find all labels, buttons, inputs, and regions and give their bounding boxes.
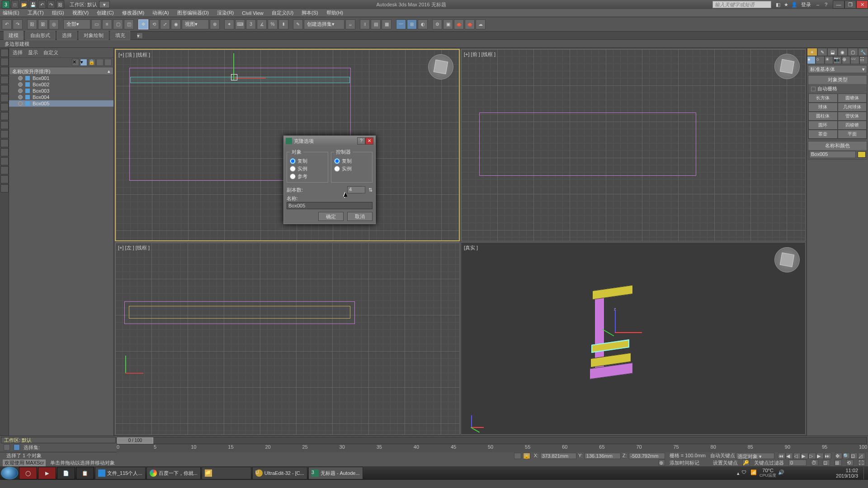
setkey-button[interactable]: 🔑 xyxy=(742,460,750,466)
spinner-arrows-icon[interactable]: ⇅ xyxy=(368,187,373,193)
dialog-titlebar[interactable]: 克隆选项 ? ✕ xyxy=(284,136,375,146)
lt-2-icon[interactable] xyxy=(0,58,9,66)
time-config-icon[interactable]: ⏱ xyxy=(811,460,818,466)
menu-group[interactable]: 组(G) xyxy=(52,9,64,16)
lt-14-icon[interactable] xyxy=(0,166,9,174)
login-label[interactable]: 登录 xyxy=(801,1,811,8)
isolate-icon[interactable] xyxy=(514,453,521,459)
pin-1-icon[interactable]: ◯ xyxy=(19,467,37,479)
cmd-tab-motion-icon[interactable]: ◉ xyxy=(838,48,848,56)
zoom-icon[interactable]: 🔍 xyxy=(843,453,850,459)
render-setup-icon[interactable]: ⚙ xyxy=(432,19,442,29)
scene-item-Box005[interactable]: Box005 xyxy=(9,100,113,107)
pivot-icon[interactable]: ⊕ xyxy=(210,19,220,29)
viewcube-top[interactable] xyxy=(428,54,453,80)
render-online-icon[interactable]: ☁ xyxy=(476,19,486,29)
exp-close-icon[interactable]: ✕ xyxy=(72,59,79,66)
cmd-tab-hierarchy-icon[interactable]: ⬓ xyxy=(827,48,838,56)
cmd-sub-cameras-icon[interactable]: 📷 xyxy=(833,56,842,64)
lt-10-icon[interactable] xyxy=(0,130,9,138)
cmd-sub-space-icon[interactable]: 〰 xyxy=(850,56,859,64)
exp-tab-select[interactable]: 选择 xyxy=(13,49,23,56)
tray-b-icon[interactable] xyxy=(796,469,803,477)
btn-cone[interactable]: 圆锥体 xyxy=(838,94,867,103)
menu-modifiers[interactable]: 修改器(M) xyxy=(122,9,145,16)
menu-create[interactable]: 创建(C) xyxy=(97,9,113,16)
dialog-close-button[interactable]: ✕ xyxy=(365,137,373,145)
tab-modeling[interactable]: 建模 xyxy=(4,31,24,40)
cmd-category-dropdown[interactable]: 标准基本体▾ xyxy=(808,65,867,73)
cmd-sub-systems-icon[interactable]: ☷ xyxy=(859,56,868,64)
schematic-icon[interactable]: ⊞ xyxy=(407,19,417,29)
prev-frame-icon[interactable]: ◀ xyxy=(786,453,793,459)
lt-16-icon[interactable] xyxy=(0,184,9,192)
coord-z-value[interactable]: -503.792mm xyxy=(629,453,665,459)
tray-net-icon[interactable]: 📶 xyxy=(750,469,758,477)
lt-6-icon[interactable] xyxy=(0,94,9,102)
visibility-toggle-icon[interactable] xyxy=(18,89,23,93)
close-button[interactable]: ✕ xyxy=(856,0,868,9)
current-frame-input[interactable]: 0 xyxy=(788,460,807,466)
nav-zoom-ext-all-icon[interactable]: ⊞ xyxy=(835,460,842,466)
infocenter-icon[interactable]: ◧ xyxy=(774,1,782,8)
nav-maximize-icon[interactable]: ⛶ xyxy=(858,460,865,466)
select-rect-icon[interactable]: ▢ xyxy=(113,19,123,29)
visibility-toggle-icon[interactable] xyxy=(18,76,23,80)
btn-plane[interactable]: 平面 xyxy=(838,130,867,139)
addtime-label[interactable]: 添加时间标记 xyxy=(670,460,699,466)
ribbon-min-icon[interactable]: ▾ xyxy=(137,33,143,39)
task-5[interactable]: 3无标题 - Autode... xyxy=(308,467,363,479)
cmd-sub-shapes-icon[interactable]: ○ xyxy=(816,56,824,64)
pin-4-icon[interactable]: 📋 xyxy=(76,467,94,479)
goto-end-icon[interactable]: ⏭ xyxy=(824,453,831,459)
lt-8-icon[interactable] xyxy=(0,112,9,120)
layers-icon[interactable]: ▤ xyxy=(371,19,381,29)
help-icon[interactable]: ? xyxy=(822,1,830,8)
color-swatch[interactable] xyxy=(858,151,866,158)
project-icon[interactable]: ⛓ xyxy=(56,0,64,9)
search-input[interactable] xyxy=(712,1,771,8)
lock-selection-icon[interactable]: 🔒 xyxy=(523,453,530,459)
fov-icon[interactable]: ◿ xyxy=(858,453,865,459)
link-icon[interactable]: ⛓ xyxy=(27,19,37,29)
radio-ctrl-instance[interactable]: 实例 xyxy=(334,165,369,173)
radio-ctrl-copy[interactable]: 复制 xyxy=(334,157,369,165)
btn-geosphere[interactable]: 几何球体 xyxy=(838,103,867,112)
exp-lock-icon[interactable]: 🔒 xyxy=(88,59,95,66)
render-frame-icon[interactable]: ▣ xyxy=(443,19,453,29)
tray-vol-icon[interactable]: 🔊 xyxy=(778,469,785,477)
viewcube-persp[interactable] xyxy=(774,247,800,272)
workspace-dropdown[interactable]: ▾ xyxy=(99,1,110,8)
open-icon[interactable]: 📂 xyxy=(20,0,28,9)
zoom-all-icon[interactable]: ⊡ xyxy=(850,453,858,459)
next-key-icon[interactable]: ▷ xyxy=(809,453,816,459)
angle-snap-icon[interactable]: ∡ xyxy=(257,19,267,29)
keyboard-icon[interactable]: ⌨ xyxy=(235,19,245,29)
lt-5-icon[interactable] xyxy=(0,85,9,93)
cmd-tab-modify-icon[interactable]: ✎ xyxy=(817,48,828,56)
cmd-sub-helpers-icon[interactable]: ⊕ xyxy=(842,56,850,64)
btn-sphere[interactable]: 球体 xyxy=(808,103,838,112)
star-icon[interactable]: ★ xyxy=(783,1,790,8)
lt-12-icon[interactable] xyxy=(0,148,9,156)
btn-torus[interactable]: 圆环 xyxy=(808,121,838,130)
exp-tab-custom[interactable]: 自定义 xyxy=(43,49,58,56)
placement-icon[interactable]: ◉ xyxy=(171,19,181,29)
vp-persp-label[interactable]: [真实 ] xyxy=(464,244,478,251)
btn-pyramid[interactable]: 四棱锥 xyxy=(838,121,867,130)
radio-obj-copy[interactable]: 复制 xyxy=(290,157,325,165)
scene-item-Box001[interactable]: Box001 xyxy=(9,75,113,81)
spinner-snap-icon[interactable]: ⬍ xyxy=(278,19,288,29)
menu-animation[interactable]: 动画(A) xyxy=(152,9,169,16)
btn-teapot[interactable]: 茶壶 xyxy=(808,130,838,139)
minimize2-icon[interactable]: – xyxy=(814,1,821,8)
lt-13-icon[interactable] xyxy=(0,157,9,165)
vp-top-label[interactable]: [+] [顶 ] [线框 ] xyxy=(118,52,150,58)
pin-3-icon[interactable]: 📄 xyxy=(57,467,75,479)
ok-button[interactable]: 确定 xyxy=(318,212,344,221)
copies-spinner[interactable]: 4 xyxy=(347,186,365,193)
snap-3-icon[interactable]: 3 xyxy=(246,19,256,29)
vp-left-label[interactable]: [+] [左 ] [线框 ] xyxy=(118,244,150,251)
exp-a-icon[interactable] xyxy=(96,59,104,66)
tray-shield-icon[interactable]: 🛡 xyxy=(741,469,749,477)
